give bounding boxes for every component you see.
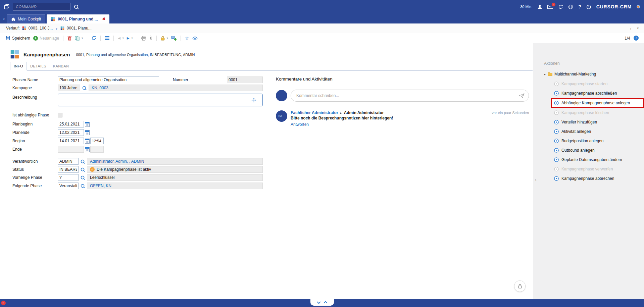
delete-button[interactable] bbox=[67, 36, 72, 41]
calendar-icon[interactable] bbox=[85, 139, 90, 144]
command-input[interactable] bbox=[13, 3, 70, 11]
calendar-icon[interactable] bbox=[85, 130, 90, 135]
lookup-icon[interactable] bbox=[82, 86, 87, 90]
windows-icon[interactable] bbox=[4, 4, 9, 9]
phasen-name-input[interactable] bbox=[58, 76, 159, 83]
action-group-multichannel-marketing[interactable]: ▾ Multichannel-Marketing bbox=[544, 72, 644, 76]
assign-record-button[interactable] bbox=[171, 36, 177, 41]
record-type-icon bbox=[51, 17, 55, 21]
tabs-overflow-icon[interactable]: › bbox=[1, 16, 7, 21]
expand-up-icon[interactable] bbox=[324, 301, 327, 305]
lookup-icon[interactable] bbox=[81, 175, 85, 180]
caret-down-icon[interactable]: ▾ bbox=[82, 37, 83, 40]
action-kampagnenphase-abschliessen[interactable]: Kampagnenphase abschließen bbox=[554, 89, 644, 98]
chevron-down-icon[interactable]: ▾ bbox=[637, 27, 639, 30]
kampagne-input[interactable] bbox=[58, 85, 80, 91]
session-timer: 30 Min. bbox=[520, 5, 532, 9]
tab-mein-cockpit[interactable]: Mein Cockpit bbox=[7, 14, 45, 23]
menu-button[interactable] bbox=[105, 36, 109, 40]
reply-button[interactable]: Antworten bbox=[291, 122, 309, 127]
nummer-label: Nummer bbox=[173, 78, 210, 82]
help-icon[interactable]: ? bbox=[578, 4, 581, 9]
refresh-button[interactable] bbox=[91, 36, 96, 41]
ende-time-input[interactable] bbox=[90, 146, 104, 153]
beginn-input[interactable] bbox=[58, 138, 84, 144]
page-title: Kampagnenphasen bbox=[23, 52, 70, 57]
next-arrow-icon: ▶ bbox=[127, 36, 130, 40]
send-icon[interactable] bbox=[519, 93, 525, 98]
history-icon[interactable] bbox=[558, 4, 563, 9]
breadcrumb-label: Verlauf: bbox=[6, 26, 20, 31]
status-input[interactable] bbox=[58, 166, 79, 173]
vorherige-phase-input[interactable] bbox=[58, 174, 79, 181]
caret-down-icon[interactable]: ▾ bbox=[122, 37, 124, 40]
beschreibung-textarea[interactable] bbox=[58, 94, 263, 106]
network-icon[interactable] bbox=[568, 4, 573, 9]
action-abhaengige-kampagnenphase-anlegen[interactable]: Abhängige Kampagnenphase anlegen bbox=[551, 98, 644, 108]
nummer-input[interactable] bbox=[227, 76, 263, 83]
hamburger-icon bbox=[105, 36, 109, 40]
comment-author-link[interactable]: Fachlicher Administrator bbox=[291, 110, 338, 115]
brand-logo: CURSOR-CRM bbox=[596, 4, 632, 9]
favorite-button[interactable]: ☆ bbox=[185, 36, 189, 41]
save-button[interactable]: Speichern bbox=[5, 36, 30, 41]
collapse-down-icon[interactable] bbox=[317, 300, 320, 304]
action-kampagnenphase-starten: Kampagnenphase starten bbox=[554, 79, 644, 89]
tab-record-kampagnenphase[interactable]: 0001, Planung und ... ✖ bbox=[47, 14, 109, 23]
mail-icon[interactable]: 2 bbox=[547, 5, 553, 9]
folgende-phase-input[interactable] bbox=[58, 183, 79, 189]
caret-down-icon[interactable]: ▾ bbox=[167, 37, 168, 40]
action-kampagnenphase-abbrechen[interactable]: Kampagnenphase abbrechen bbox=[554, 174, 644, 183]
kampagne-link[interactable]: KN, 0003 bbox=[92, 86, 108, 90]
verantwortlich-input[interactable] bbox=[58, 158, 79, 165]
user-icon[interactable] bbox=[537, 4, 542, 9]
lookup-icon[interactable] bbox=[81, 184, 85, 188]
breadcrumb-item-1[interactable]: 0003, 100 J... bbox=[29, 26, 53, 31]
planbeginn-input[interactable] bbox=[58, 121, 84, 127]
copy-button[interactable]: ▾ bbox=[75, 36, 83, 41]
collapse-panel-icon[interactable]: › bbox=[535, 177, 536, 183]
info-icon[interactable]: i bbox=[634, 36, 639, 41]
calendar-icon[interactable] bbox=[85, 147, 90, 152]
lookup-icon[interactable] bbox=[81, 159, 85, 164]
planende-input[interactable] bbox=[58, 129, 84, 136]
play-icon bbox=[554, 101, 559, 105]
next-record-button[interactable]: ▶ ▾ bbox=[127, 36, 133, 40]
tree-collapse-icon[interactable]: ▾ bbox=[544, 72, 546, 76]
lock-button[interactable]: ▾ bbox=[161, 36, 168, 41]
action-outbound-anlegen[interactable]: Outbound anlegen bbox=[554, 146, 644, 155]
status-active-icon: ✓ bbox=[90, 167, 95, 172]
tab-details[interactable]: DETAILS bbox=[27, 62, 50, 70]
lock-record-button[interactable] bbox=[514, 280, 526, 292]
search-icon[interactable] bbox=[74, 4, 79, 9]
move-icon[interactable] bbox=[251, 98, 256, 103]
beginn-time-input[interactable] bbox=[90, 138, 104, 144]
verantwortlich-link[interactable]: Administrator, Admin, , ADMIN bbox=[90, 159, 144, 164]
preview-button[interactable] bbox=[192, 37, 198, 40]
tab-kanban[interactable]: KANBAN bbox=[50, 62, 72, 70]
copy-icon bbox=[75, 36, 80, 41]
close-tab-icon[interactable]: ✖ bbox=[102, 17, 105, 21]
logout-icon[interactable] bbox=[586, 4, 591, 9]
ende-input[interactable] bbox=[58, 146, 84, 153]
action-kampagnenphase-verwerfen: Kampagnenphase verwerfen bbox=[554, 164, 644, 174]
tab-info[interactable]: INFO bbox=[10, 62, 27, 70]
comment-timestamp: vor ein paar Sekunden bbox=[492, 111, 529, 115]
calendar-icon[interactable] bbox=[85, 122, 90, 127]
history-back-icon[interactable]: ← bbox=[629, 25, 634, 31]
ist-abhaengige-phase-checkbox[interactable] bbox=[58, 113, 62, 117]
caret-down-icon[interactable]: ▾ bbox=[132, 37, 133, 40]
notification-badge[interactable]: 2 bbox=[1, 301, 6, 305]
beginn-row: Beginn bbox=[12, 138, 268, 144]
folgende-phase-link[interactable]: OFFEN, KN bbox=[90, 184, 111, 188]
action-aktivitaet-anlegen[interactable]: Aktivität anlegen bbox=[554, 127, 644, 136]
print-button[interactable] bbox=[141, 36, 146, 41]
action-budgetposition-anlegen[interactable]: Budgetposition anlegen bbox=[554, 136, 644, 146]
action-geplante-datumsangaben-aendern[interactable]: Geplante Datumsangaben ändern bbox=[554, 155, 644, 164]
refresh-icon bbox=[91, 36, 96, 41]
attachment-button[interactable] bbox=[149, 36, 152, 41]
lookup-icon[interactable] bbox=[81, 167, 85, 172]
action-verteiler-hinzufuegen[interactable]: Verteiler hinzufügen bbox=[554, 117, 644, 127]
breadcrumb-item-2[interactable]: 0001, Planu... bbox=[67, 26, 92, 31]
comment-input[interactable] bbox=[291, 90, 529, 102]
